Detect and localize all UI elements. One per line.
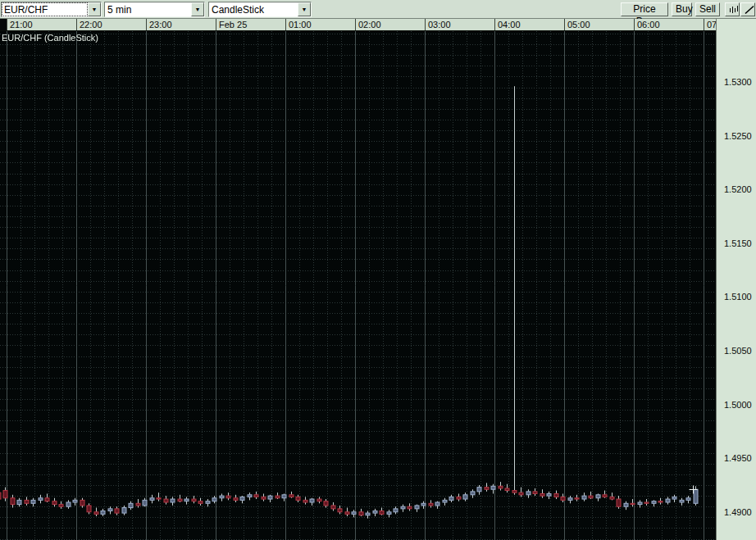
- time-axis-tick: [76, 19, 77, 31]
- symbol-select-value: EUR/CHF: [2, 2, 88, 16]
- price-axis-label: 1.5100: [724, 292, 752, 302]
- time-axis-label: 22:00: [80, 20, 102, 29]
- price-axis-label: 1.5250: [724, 131, 752, 141]
- sell-button[interactable]: Sell: [695, 2, 720, 16]
- time-axis-tick: [564, 19, 565, 31]
- time-axis-label: 04:00: [498, 20, 521, 29]
- time-axis-label: 06:00: [637, 20, 660, 29]
- time-axis-tick: [285, 19, 286, 31]
- time-axis-tick: [634, 19, 635, 31]
- candlestick-chart-canvas[interactable]: [0, 31, 716, 540]
- time-axis-tick: [425, 19, 426, 31]
- price-axis-label: 1.4900: [724, 507, 752, 517]
- price-axis-label: 1.5150: [724, 238, 752, 248]
- time-axis-label: 03:00: [428, 20, 451, 29]
- interval-select-value: 5 min: [105, 2, 191, 16]
- time-axis-tick: [355, 19, 356, 31]
- price-axis-label: 1.4950: [724, 453, 752, 463]
- price-axis-label: 1.5200: [724, 184, 752, 194]
- price-axis[interactable]: 1.53001.52501.52001.51501.51001.50501.50…: [716, 19, 756, 540]
- toolbar: EUR/CHF ▼ 5 min ▼ CandleStick ▼ Price Bo…: [0, 0, 756, 19]
- time-axis-tick: [704, 19, 704, 31]
- time-axis-tick: [216, 19, 216, 31]
- time-axis-label: 21:00: [10, 20, 33, 29]
- time-axis-label: 23:00: [149, 20, 172, 29]
- candlestick-bars-icon: [729, 5, 736, 15]
- time-axis-label: 02:00: [358, 20, 381, 29]
- price-box-button[interactable]: Price Box: [621, 2, 668, 16]
- chart-type-select[interactable]: CandleStick ▼: [208, 2, 312, 17]
- chart-title: EUR/CHF (CandleStick): [2, 33, 98, 43]
- candlestick-bars-icon-button[interactable]: [725, 2, 740, 16]
- time-axis-tick: [7, 19, 7, 31]
- buy-button[interactable]: Buy: [672, 2, 692, 16]
- chart-area[interactable]: EUR/CHF (CandleStick): [0, 31, 716, 540]
- trend-line-icon-button[interactable]: [740, 2, 755, 16]
- time-axis-tick: [494, 19, 495, 31]
- time-axis-label: 07:: [707, 20, 716, 29]
- time-axis-tick: [146, 19, 147, 31]
- price-axis-label: 1.5000: [724, 400, 752, 410]
- price-axis-label: 1.5300: [724, 77, 752, 87]
- time-axis-label: 01:00: [289, 20, 312, 29]
- interval-select[interactable]: 5 min ▼: [104, 2, 205, 17]
- time-axis-label: 05:00: [567, 20, 590, 29]
- time-axis-label: Feb 25: [219, 20, 247, 29]
- chevron-down-icon[interactable]: ▼: [191, 2, 204, 16]
- symbol-select[interactable]: EUR/CHF ▼: [1, 2, 102, 17]
- trend-line-icon: [745, 5, 751, 15]
- price-axis-label: 1.5050: [724, 346, 752, 356]
- time-axis[interactable]: 21:0022:0023:00Feb 2501:0002:0003:0004:0…: [0, 19, 716, 31]
- chart-type-select-value: CandleStick: [209, 2, 298, 16]
- chevron-down-icon[interactable]: ▼: [298, 2, 311, 16]
- chevron-down-icon[interactable]: ▼: [88, 2, 101, 16]
